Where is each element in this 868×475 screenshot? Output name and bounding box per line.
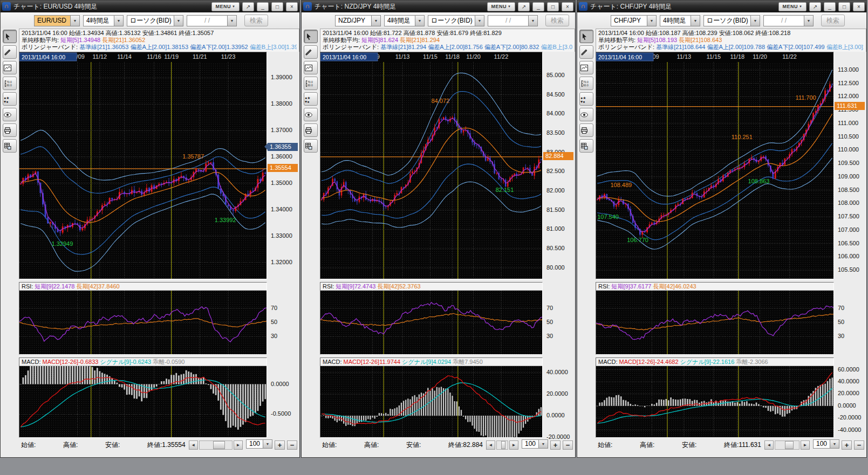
minimize-button[interactable]: _ [532, 2, 544, 11]
chevron-down-icon[interactable]: ▼ [529, 15, 538, 26]
indicator-tool-button[interactable] [3, 61, 17, 74]
close-button[interactable]: × [853, 2, 865, 11]
main-candlestick-chart[interactable]: 1.357871.339921.3294911/0911/1211/1411/1… [19, 52, 266, 279]
save-layout-button[interactable] [304, 139, 318, 153]
chevron-down-icon[interactable]: ▼ [539, 439, 548, 449]
print-button[interactable] [304, 123, 318, 137]
candle-count-select[interactable]: 100 ▼ [522, 439, 548, 451]
date-select[interactable]: / / ▼ [187, 15, 237, 26]
indicator-tool-button[interactable] [579, 61, 593, 74]
window-titlebar[interactable]: ∩ チャート: EUR/USD 4時間足 MENU▼ ↗ _ □ × [1, 1, 299, 12]
cursor-tool-button[interactable] [3, 30, 17, 43]
zoom-in-button[interactable]: + [842, 440, 852, 450]
chevron-down-icon[interactable]: ▼ [475, 15, 484, 26]
chevron-down-icon[interactable]: ▼ [830, 439, 839, 449]
draw-tool-button[interactable] [3, 45, 17, 59]
candle-count-select[interactable]: 100 ▼ [246, 439, 272, 451]
search-button[interactable]: 検索 [244, 15, 268, 26]
price-type-select[interactable]: ローソク(BID) ▼ [703, 15, 760, 26]
scroll-right-button[interactable]: ► [234, 440, 243, 450]
pair-select[interactable]: CHF/JPY ▼ [611, 15, 657, 26]
minimize-button[interactable]: _ [257, 2, 269, 11]
draw-tool-button[interactable] [579, 45, 593, 59]
cursor-tool-button[interactable] [304, 30, 318, 43]
save-layout-button[interactable] [579, 139, 593, 153]
window-titlebar[interactable]: ∩ チャート: NZD/JPY 4時間足 MENU▼ ↗ _ □ × [302, 1, 575, 12]
maximize-button[interactable]: □ [838, 2, 850, 11]
chevron-down-icon[interactable]: ▼ [228, 15, 237, 26]
chevron-down-icon[interactable]: ▼ [691, 15, 700, 26]
save-layout-button[interactable] [3, 139, 17, 153]
rsi-chart[interactable] [596, 291, 833, 354]
scrollbar-thumb[interactable] [785, 441, 794, 449]
rsi-chart[interactable] [320, 291, 542, 354]
popout-button[interactable]: ↗ [242, 2, 254, 11]
menu-button[interactable]: MENU▼ [778, 2, 807, 11]
chevron-down-icon[interactable]: ▼ [71, 15, 80, 26]
zoom-in-button[interactable]: + [550, 440, 561, 450]
macd-chart[interactable] [320, 366, 542, 437]
print-button[interactable] [3, 123, 17, 137]
print-button[interactable] [579, 123, 593, 137]
search-button[interactable]: 検索 [545, 15, 569, 26]
chevron-down-icon[interactable]: ▼ [174, 15, 183, 26]
scrollbar-thumb[interactable] [213, 441, 225, 449]
timeframe-select[interactable]: 4時間足 ▼ [384, 15, 425, 26]
search-button[interactable]: 検索 [821, 15, 845, 26]
menu-button[interactable]: MENU▼ [211, 2, 240, 11]
maximize-button[interactable]: □ [547, 2, 559, 11]
scroll-right-button[interactable]: ► [801, 440, 810, 450]
marker-tool-button[interactable]: ●★♥● [3, 92, 17, 106]
window-titlebar[interactable]: ∩ チャート: CHF/JPY 4時間足 MENU▼ ↗ _ □ × [577, 1, 866, 12]
visibility-tool-button[interactable] [304, 108, 318, 121]
chevron-down-icon[interactable]: ▼ [372, 15, 381, 26]
macd-chart[interactable] [596, 366, 833, 437]
scale-tool-button[interactable]: 70.060.0 [579, 77, 593, 90]
close-button[interactable]: × [562, 2, 573, 11]
scroll-right-button[interactable]: ► [509, 440, 518, 450]
chevron-down-icon[interactable]: ▼ [804, 15, 814, 26]
timeframe-select[interactable]: 4時間足 ▼ [660, 15, 700, 26]
macd-chart[interactable] [19, 366, 266, 437]
visibility-tool-button[interactable] [3, 108, 17, 121]
date-select[interactable]: / / ▼ [488, 15, 538, 26]
minimize-button[interactable]: _ [824, 2, 836, 11]
scale-tool-button[interactable]: 70.060.0 [304, 77, 318, 90]
zoom-out-button[interactable]: − [854, 440, 864, 450]
menu-button[interactable]: MENU▼ [487, 2, 515, 11]
chevron-down-icon[interactable]: ▼ [415, 15, 425, 26]
main-candlestick-chart[interactable]: 84.07282.15111/0911/1311/1511/1811/2011/… [320, 52, 542, 279]
chevron-down-icon[interactable]: ▼ [263, 439, 272, 449]
pair-select[interactable]: EUR/USD ▼ [34, 15, 80, 26]
zoom-out-button[interactable]: − [563, 440, 573, 450]
scroll-left-button[interactable]: ◄ [764, 440, 774, 450]
scroll-left-button[interactable]: ◄ [486, 440, 495, 450]
timeframe-select[interactable]: 4時間足 ▼ [83, 15, 124, 26]
scrollbar-track[interactable] [199, 440, 233, 450]
maximize-button[interactable]: □ [271, 2, 283, 11]
draw-tool-button[interactable] [304, 45, 318, 59]
date-select[interactable]: / / ▼ [763, 15, 814, 26]
pair-select[interactable]: NZD/JPY ▼ [335, 15, 381, 26]
price-type-select[interactable]: ローソク(BID) ▼ [127, 15, 183, 26]
chevron-down-icon[interactable]: ▼ [114, 15, 124, 26]
scale-tool-button[interactable]: 70.060.0 [3, 77, 17, 90]
visibility-tool-button[interactable] [579, 108, 593, 121]
popout-button[interactable]: ↗ [518, 2, 530, 11]
rsi-chart[interactable] [19, 291, 266, 354]
zoom-in-button[interactable]: + [275, 440, 285, 450]
candle-count-select[interactable]: 100 ▼ [813, 439, 839, 451]
scrollbar-track[interactable] [496, 440, 508, 450]
chevron-down-icon[interactable]: ▼ [751, 15, 760, 26]
scroll-left-button[interactable]: ◄ [189, 440, 198, 450]
scrollbar-track[interactable] [775, 440, 799, 450]
indicator-tool-button[interactable] [304, 61, 318, 74]
scrollbar-thumb[interactable] [501, 441, 505, 449]
price-type-select[interactable]: ローソク(BID) ▼ [428, 15, 484, 26]
zoom-out-button[interactable]: − [287, 440, 297, 450]
cursor-tool-button[interactable] [579, 30, 593, 43]
chevron-down-icon[interactable]: ▼ [647, 15, 657, 26]
popout-button[interactable]: ↗ [809, 2, 821, 11]
main-candlestick-chart[interactable]: 111.700110.251108.489108.863107.540106.7… [596, 52, 833, 279]
close-button[interactable]: × [286, 2, 298, 11]
